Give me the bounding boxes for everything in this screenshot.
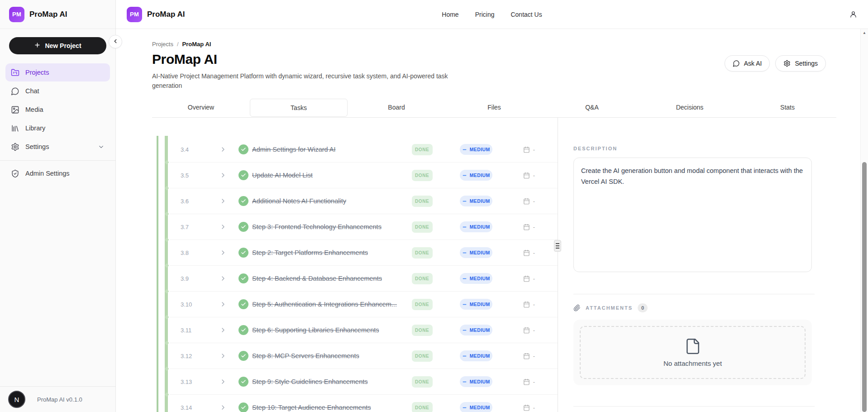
task-title[interactable]: Step 5: Authentication & Integrations En… bbox=[252, 301, 412, 308]
panel-resize-handle[interactable] bbox=[554, 240, 561, 252]
sidebar-item-library[interactable]: Library bbox=[5, 119, 110, 137]
task-title[interactable]: Update AI Model List bbox=[252, 172, 412, 179]
due-date-value: - bbox=[533, 198, 535, 205]
due-date[interactable]: - bbox=[523, 198, 535, 205]
tab-files[interactable]: Files bbox=[445, 97, 543, 117]
task-done-check-icon[interactable] bbox=[238, 351, 248, 361]
chevron-right-icon[interactable] bbox=[219, 326, 227, 334]
task-title[interactable]: Step 9: Style Guidelines Enhancements bbox=[252, 378, 412, 385]
attachments-dropzone[interactable]: No attachments yet bbox=[580, 326, 806, 379]
task-title[interactable]: Step 2: Target Platforms Enhancements bbox=[252, 249, 412, 256]
due-date[interactable]: - bbox=[523, 301, 535, 308]
priority-badge: MEDIUM bbox=[460, 221, 492, 232]
tab-overview[interactable]: Overview bbox=[152, 97, 250, 117]
task-row[interactable]: 3.11 Step 6: Supporting Libraries Enhanc… bbox=[170, 317, 558, 343]
sidebar-item-admin-settings[interactable]: Admin Settings bbox=[5, 164, 110, 182]
user-avatar[interactable]: N bbox=[8, 391, 25, 408]
due-date[interactable]: - bbox=[523, 404, 535, 411]
brand-name: ProMap AI bbox=[147, 10, 185, 19]
window-scrollbar[interactable]: ▲ bbox=[860, 29, 868, 412]
due-date[interactable]: - bbox=[523, 353, 535, 359]
task-row[interactable]: 3.4 Admin Settings for Wizard AI DONE ME… bbox=[170, 137, 558, 163]
task-done-check-icon[interactable] bbox=[238, 196, 248, 206]
task-row[interactable]: 3.5 Update AI Model List DONE MEDIUM - bbox=[170, 163, 558, 188]
tab-decisions[interactable]: Decisions bbox=[641, 97, 739, 117]
tab-tasks[interactable]: Tasks bbox=[250, 99, 348, 117]
task-done-check-icon[interactable] bbox=[238, 248, 248, 258]
sidebar-item-settings[interactable]: Settings bbox=[5, 138, 110, 156]
task-title[interactable]: Step 8: MCP Servers Enhancements bbox=[252, 352, 412, 359]
due-date[interactable]: - bbox=[523, 249, 535, 256]
task-title[interactable]: Step 6: Supporting Libraries Enhancement… bbox=[252, 326, 412, 334]
topnav-brand[interactable]: PM ProMap AI bbox=[127, 7, 185, 22]
chevron-right-icon[interactable] bbox=[219, 197, 227, 205]
description-textarea[interactable]: Create the AI generation button and moda… bbox=[573, 158, 812, 272]
due-date[interactable]: - bbox=[523, 275, 535, 282]
nav-link-home[interactable]: Home bbox=[442, 11, 458, 18]
project-settings-button[interactable]: Settings bbox=[775, 55, 826, 72]
gear-icon bbox=[783, 60, 791, 67]
scroll-up-arrow[interactable]: ▲ bbox=[861, 31, 868, 35]
priority-badge: MEDIUM bbox=[460, 402, 492, 412]
task-done-check-icon[interactable] bbox=[238, 299, 248, 309]
task-row[interactable]: 3.13 Step 9: Style Guidelines Enhancemen… bbox=[170, 369, 558, 395]
tab-qa[interactable]: Q&A bbox=[543, 97, 641, 117]
chevron-right-icon[interactable] bbox=[219, 404, 227, 411]
task-done-check-icon[interactable] bbox=[238, 170, 248, 180]
task-title[interactable]: Step 3: Frontend Technology Enhancements bbox=[252, 223, 412, 230]
task-row[interactable]: 3.8 Step 2: Target Platforms Enhancement… bbox=[170, 240, 558, 266]
task-title[interactable]: Admin Settings for Wizard AI bbox=[252, 146, 412, 153]
minus-icon bbox=[462, 302, 467, 307]
task-done-check-icon[interactable] bbox=[238, 144, 248, 154]
sidebar-item-label: Chat bbox=[25, 87, 39, 95]
task-row[interactable]: 3.6 Additional Notes AI Functionality DO… bbox=[170, 188, 558, 214]
task-row[interactable]: 3.7 Step 3: Frontend Technology Enhancem… bbox=[170, 214, 558, 240]
status-badge: DONE bbox=[412, 196, 433, 207]
due-date[interactable]: - bbox=[523, 224, 535, 230]
due-date[interactable]: - bbox=[523, 146, 535, 153]
task-done-check-icon[interactable] bbox=[238, 273, 248, 283]
calendar-icon bbox=[523, 198, 530, 205]
breadcrumb-projects[interactable]: Projects bbox=[152, 41, 173, 48]
priority-label: MEDIUM bbox=[470, 250, 490, 255]
chevron-right-icon[interactable] bbox=[219, 352, 227, 359]
chevron-right-icon[interactable] bbox=[219, 172, 227, 179]
chevron-right-icon[interactable] bbox=[219, 301, 227, 308]
nav-link-contact[interactable]: Contact Us bbox=[510, 11, 542, 18]
due-date[interactable]: - bbox=[523, 172, 535, 179]
nav-link-pricing[interactable]: Pricing bbox=[475, 11, 495, 18]
sidebar-item-media[interactable]: Media bbox=[5, 101, 110, 119]
task-number: 3.4 bbox=[181, 146, 219, 153]
sidebar-item-label: Library bbox=[25, 125, 45, 132]
task-number: 3.9 bbox=[181, 275, 219, 282]
tab-board[interactable]: Board bbox=[348, 97, 445, 117]
task-done-check-icon[interactable] bbox=[238, 402, 248, 412]
due-date[interactable]: - bbox=[523, 327, 535, 334]
chevron-right-icon[interactable] bbox=[219, 275, 227, 282]
tab-stats[interactable]: Stats bbox=[739, 97, 836, 117]
scrollbar-thumb[interactable] bbox=[862, 162, 867, 412]
task-row[interactable]: 3.9 Step 4: Backend & Database Enhanceme… bbox=[170, 266, 558, 292]
chevron-right-icon[interactable] bbox=[219, 223, 227, 230]
task-row[interactable]: 3.14 Step 10: Target Audience Enhancemen… bbox=[170, 395, 558, 412]
task-title[interactable]: Additional Notes AI Functionality bbox=[252, 197, 412, 205]
task-title[interactable]: Step 4: Backend & Database Enhancements bbox=[252, 275, 412, 282]
task-done-check-icon[interactable] bbox=[238, 377, 248, 387]
ask-ai-button[interactable]: Ask AI bbox=[725, 55, 770, 72]
task-row[interactable]: 3.10 Step 5: Authentication & Integratio… bbox=[170, 292, 558, 317]
sidebar-item-projects[interactable]: Projects bbox=[5, 63, 110, 81]
sidebar-item-chat[interactable]: Chat bbox=[5, 82, 110, 100]
chevron-right-icon[interactable] bbox=[219, 378, 227, 385]
due-date[interactable]: - bbox=[523, 378, 535, 385]
minus-icon bbox=[462, 199, 467, 204]
task-done-check-icon[interactable] bbox=[238, 325, 248, 335]
task-row[interactable]: 3.12 Step 8: MCP Servers Enhancements DO… bbox=[170, 343, 558, 369]
chevron-right-icon[interactable] bbox=[219, 146, 227, 153]
new-project-button[interactable]: New Project bbox=[9, 37, 106, 54]
chevron-right-icon[interactable] bbox=[219, 249, 227, 256]
task-title[interactable]: Step 10: Target Audience Enhancements bbox=[252, 404, 412, 411]
sidebar-collapse-button[interactable] bbox=[109, 35, 122, 48]
task-done-check-icon[interactable] bbox=[238, 222, 248, 232]
calendar-icon bbox=[523, 327, 530, 334]
user-icon[interactable] bbox=[849, 10, 857, 18]
